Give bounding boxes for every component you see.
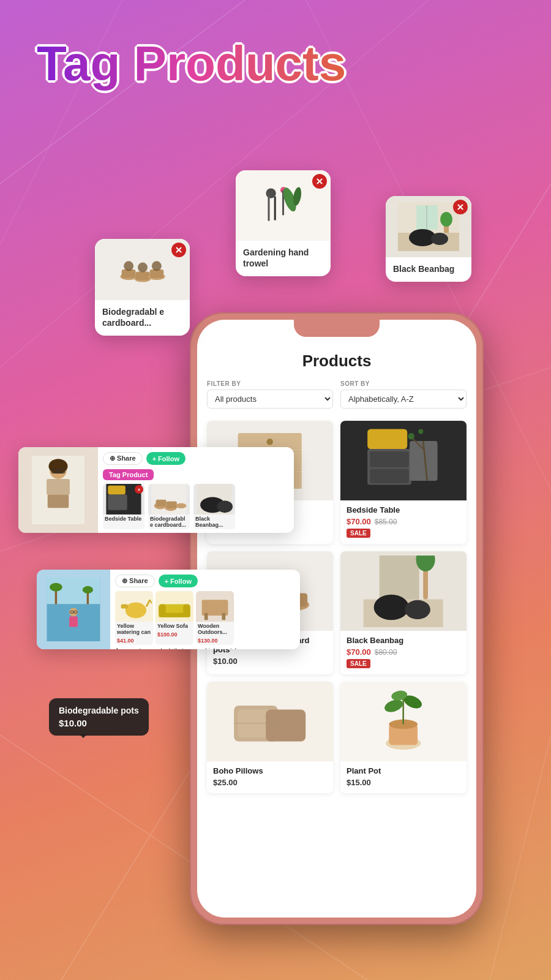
svg-rect-88 [108,494,127,510]
svg-rect-85 [47,479,70,495]
post-1-follow-button[interactable]: + Follow [146,452,186,465]
svg-rect-69 [266,710,305,742]
product-card-bedside-table[interactable]: Bedside Table $70.00 $85.00 SALE [340,421,467,544]
pillows-image [207,682,333,761]
svg-rect-119 [204,613,208,620]
svg-point-36 [267,439,273,445]
filter-label: FILTER BY [207,380,333,387]
mini-beanbag-img [193,484,235,514]
mini-card-wooden-outdoors[interactable]: Wooden Outdoors... $130.00 [196,591,234,645]
sort-select[interactable]: Alphabetically, A-Z [340,390,467,409]
pillows-name: Boho Pillows [213,766,327,775]
svg-rect-107 [69,616,78,627]
mini-card-bedside[interactable]: × Bedside Table [103,484,144,529]
bio-pots-prices: $10.00 [213,657,327,666]
mini-bio-img [148,484,190,514]
close-beanbag-button[interactable] [453,200,468,214]
svg-rect-92 [156,500,167,507]
social-post-1: ⊕ Share + Follow Tag Product × Bedside T… [18,447,294,533]
post-2-main-image [37,570,110,649]
mini-wo-price: $130.00 [196,636,234,645]
svg-point-105 [83,586,93,594]
svg-rect-12 [135,271,149,280]
svg-point-31 [431,233,448,245]
svg-rect-116 [159,604,165,614]
bio-card-label: Biodegradabl e cardboard... [95,300,190,336]
mini-ys-price: $100.00 [156,630,193,639]
pillows-price: $25.00 [213,778,238,787]
post-1-actions: ⊕ Share + Follow [103,452,289,465]
tooltip-product-price: $10.00 [59,718,139,728]
post-1-tag-product-button[interactable]: Tag Product [103,469,154,480]
product-card-black-beanbag[interactable]: Black Beanbag $70.00 $80.00 SALE [340,551,467,674]
svg-rect-117 [183,604,190,614]
plant-pot-info: Plant Pot $15.00 [340,761,467,793]
bedside-table-image [340,421,467,500]
svg-line-7 [490,735,551,980]
svg-rect-94 [167,502,177,508]
sort-by-group: SORT BY Alphabetically, A-Z [340,380,467,409]
svg-rect-111 [121,604,128,608]
mini-wo-label: Wooden Outdoors... [196,622,234,636]
black-beanbag-info: Black Beanbag $70.00 $80.00 SALE [340,631,467,674]
social-post-2: ⊕ Share + Follow Yellow watering can $41… [37,570,300,649]
svg-rect-86 [48,495,69,508]
post-1-share-button[interactable]: ⊕ Share [103,452,143,465]
plant-pot-name: Plant Pot [347,766,460,775]
beanbag-card-label: Black Beanbag [386,257,471,282]
mini-bedside-close[interactable]: × [135,485,143,494]
svg-rect-21 [274,196,276,220]
svg-rect-45 [367,429,407,449]
post-1-tagged-products: × Bedside Table Biodegra [103,484,289,529]
svg-point-95 [176,503,186,508]
pillows-prices: $25.00 [213,778,327,787]
black-beanbag-sale-badge: SALE [347,659,370,668]
mini-card-bio[interactable]: Biodegradabl e cardboard... [148,484,190,529]
svg-point-49 [408,433,414,439]
mini-bio-label: Biodegradabl e cardboard... [148,514,190,529]
tooltip-product-name: Biodegradable pots [59,706,139,715]
black-beanbag-price-original: $80.00 [375,648,397,657]
svg-point-110 [126,603,146,619]
product-card-pillows[interactable]: Boho Pillows $25.00 [207,682,333,793]
filter-select[interactable]: All products [207,390,333,409]
phone-notch [294,320,380,337]
mini-wc-price: $41.00 [115,636,153,645]
mini-bedside-label: Bedside Table [103,514,144,523]
black-beanbag-name: Black Beanbag [347,636,460,645]
mini-card-yellow-sofa[interactable]: Yellow Sofa $100.00 [156,591,193,645]
float-card-bio: Biodegradabl e cardboard... [95,239,190,336]
close-bio-button[interactable] [171,243,186,257]
bedside-table-sale-badge: SALE [347,529,370,538]
bedside-table-info: Bedside Table $70.00 $85.00 SALE [340,500,467,544]
svg-rect-120 [222,613,225,620]
page-title: Tag Products [37,37,346,91]
mini-wooden-img [196,591,234,622]
svg-point-65 [374,594,409,620]
close-trowel-button[interactable] [312,174,327,189]
post-2-share-button[interactable]: ⊕ Share [115,575,155,587]
post-2-right: ⊕ Share + Follow Yellow watering can $41… [110,570,300,649]
post-1-main-image [18,447,98,533]
mini-ys-label: Yellow Sofa [156,622,193,630]
filter-by-group: FILTER BY All products [207,380,333,409]
mini-wc-label: Yellow watering can [115,622,153,636]
svg-rect-62 [380,556,419,600]
svg-rect-44 [370,469,409,483]
mini-watering-can-img [115,591,153,622]
plant-pot-price: $15.00 [347,778,371,787]
plant-pot-prices: $15.00 [347,778,460,787]
post-1-right: ⊕ Share + Follow Tag Product × Bedside T… [98,447,294,533]
mini-card-watering-can[interactable]: Yellow watering can $41.00 [115,591,153,645]
mini-beanbag-label: Black Beanbag... [193,514,235,529]
trowel-card-label: Gardening hand trowel [236,241,331,276]
filters-row: FILTER BY All products SORT BY Alphabeti… [197,375,476,413]
products-title: Products [197,344,476,375]
bedside-table-prices: $70.00 $85.00 [347,517,460,526]
post-2-caption-1: An easy to wear look that scores high on… [115,647,295,649]
product-card-plant-pot[interactable]: Plant Pot $15.00 [340,682,467,793]
post-2-follow-button[interactable]: + Follow [159,575,198,587]
post-2-actions: ⊕ Share + Follow [115,575,295,587]
float-card-trowel: Gardening hand trowel [236,170,331,276]
mini-card-beanbag[interactable]: Black Beanbag... [193,484,235,529]
